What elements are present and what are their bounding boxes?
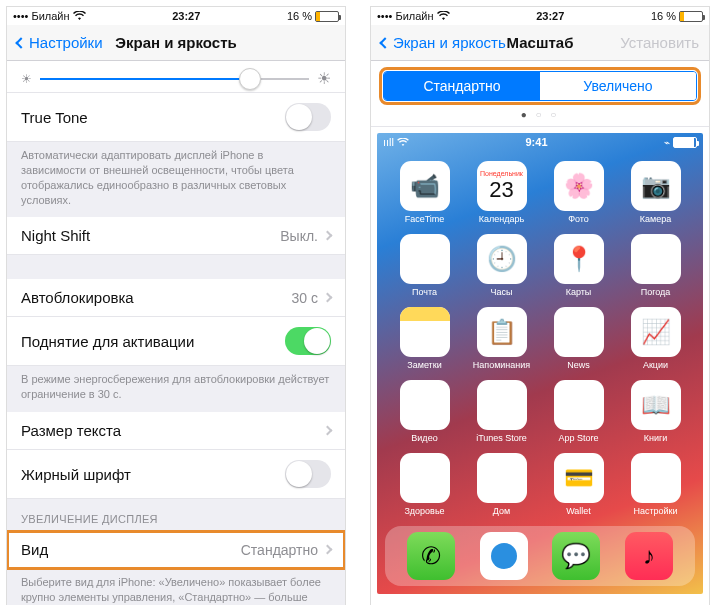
chevron-right-icon bbox=[323, 426, 333, 436]
камера-icon: 📷 bbox=[631, 161, 681, 211]
preview-time: 9:41 bbox=[525, 136, 547, 148]
app-здоровье: ♥Здоровье bbox=[389, 453, 460, 516]
seg-standard[interactable]: Стандартно bbox=[384, 72, 540, 100]
raise-to-wake-row: Поднятие для активации bbox=[7, 317, 345, 366]
app-label: Камера bbox=[640, 214, 671, 224]
signal-icon: ııll bbox=[383, 136, 394, 148]
заметки-icon bbox=[400, 307, 450, 357]
status-time: 23:27 bbox=[172, 10, 200, 22]
svg-point-0 bbox=[491, 543, 517, 569]
phone-display-brightness: •••• Билайн 23:27 16 % Настройки Экран и… bbox=[6, 6, 346, 605]
page-title: Масштаб bbox=[507, 34, 574, 51]
status-time: 23:27 bbox=[536, 10, 564, 22]
app-label: Напоминания bbox=[473, 360, 530, 370]
true-tone-row: True Tone bbox=[7, 93, 345, 142]
app-label: Календарь bbox=[479, 214, 524, 224]
app-label: News bbox=[567, 360, 590, 370]
app-wallet: 💳Wallet bbox=[543, 453, 614, 516]
app-label: Настройки bbox=[633, 506, 677, 516]
app-label: Фото bbox=[568, 214, 589, 224]
app-grid: 📹FaceTimeПонедельник23Календарь🌸Фото📷Кам… bbox=[377, 151, 703, 520]
news-icon: N bbox=[554, 307, 604, 357]
app-погода: ☀︎Погода bbox=[620, 234, 691, 297]
page-dots: ● ○ ○ bbox=[371, 107, 709, 127]
карты-icon: 📍 bbox=[554, 234, 604, 284]
chevron-left-icon bbox=[379, 37, 390, 48]
carrier: Билайн bbox=[395, 10, 433, 22]
auto-lock-label: Автоблокировка bbox=[21, 289, 292, 306]
bold-text-toggle[interactable] bbox=[285, 460, 331, 488]
app-label: App Store bbox=[558, 433, 598, 443]
акции-icon: 📈 bbox=[631, 307, 681, 357]
true-tone-toggle[interactable] bbox=[285, 103, 331, 131]
dock: ✆ 💬 ♪ bbox=[385, 526, 695, 586]
auto-lock-row[interactable]: Автоблокировка 30 с bbox=[7, 279, 345, 317]
напоминания-icon: 📋 bbox=[477, 307, 527, 357]
status-bar: •••• Билайн 23:27 16 % bbox=[7, 7, 345, 25]
bluetooth-icon: ⌁ bbox=[664, 137, 670, 148]
dock-messages-icon: 💬 bbox=[552, 532, 600, 580]
app-label: FaceTime bbox=[405, 214, 445, 224]
погода-icon: ☀︎ bbox=[631, 234, 681, 284]
home-screen-preview: ııll 9:41 ⌁ 📹FaceTimeПонедельник23Календ… bbox=[377, 133, 703, 594]
chevron-right-icon bbox=[323, 293, 333, 303]
wifi-icon bbox=[73, 11, 86, 21]
app-label: Погода bbox=[641, 287, 671, 297]
app-книги: 📖Книги bbox=[620, 380, 691, 443]
часы-icon: 🕘 bbox=[477, 234, 527, 284]
view-row[interactable]: Вид Стандартно bbox=[7, 531, 345, 569]
preview-status-bar: ııll 9:41 ⌁ bbox=[377, 133, 703, 151]
battery-pct: 16 % bbox=[651, 10, 676, 22]
night-shift-value: Выкл. bbox=[280, 228, 318, 244]
signal-icon: •••• bbox=[13, 10, 28, 22]
text-size-label: Размер текста bbox=[21, 422, 324, 439]
back-label: Настройки bbox=[29, 34, 103, 51]
wifi-icon bbox=[437, 11, 450, 21]
back-label: Экран и яркость bbox=[393, 34, 506, 51]
dock-safari-icon bbox=[480, 532, 528, 580]
app-news: NNews bbox=[543, 307, 614, 370]
app-дом: ⌂Дом bbox=[466, 453, 537, 516]
back-button[interactable]: Экран и яркость bbox=[381, 34, 506, 51]
raise-to-wake-toggle[interactable] bbox=[285, 327, 331, 355]
night-shift-row[interactable]: Night Shift Выкл. bbox=[7, 217, 345, 255]
set-button[interactable]: Установить bbox=[620, 34, 699, 51]
page-title: Экран и яркость bbox=[115, 34, 236, 51]
app-камера: 📷Камера bbox=[620, 161, 691, 224]
app-почта: ✉︎Почта bbox=[389, 234, 460, 297]
carrier: Билайн bbox=[31, 10, 69, 22]
battery-icon bbox=[315, 11, 339, 22]
bold-text-row: Жирный шрифт bbox=[7, 450, 345, 499]
настройки-icon: ⚙︎ bbox=[631, 453, 681, 503]
seg-zoomed[interactable]: Увеличено bbox=[540, 72, 696, 100]
view-label: Вид bbox=[21, 541, 241, 558]
app-label: Акции bbox=[643, 360, 668, 370]
chevron-left-icon bbox=[15, 37, 26, 48]
brightness-slider[interactable] bbox=[40, 78, 309, 80]
back-button[interactable]: Настройки bbox=[17, 34, 103, 51]
battery-icon bbox=[673, 137, 697, 148]
app-label: Почта bbox=[412, 287, 437, 297]
phone-display-zoom: •••• Билайн 23:27 16 % Экран и яркость М… bbox=[370, 6, 710, 605]
app-label: Видео bbox=[411, 433, 437, 443]
bold-text-label: Жирный шрифт bbox=[21, 466, 285, 483]
календарь-icon: Понедельник23 bbox=[477, 161, 527, 211]
фото-icon: 🌸 bbox=[554, 161, 604, 211]
true-tone-note: Автоматически адаптировать дисплей iPhon… bbox=[7, 142, 345, 217]
home-preview-wrap: ııll 9:41 ⌁ 📹FaceTimeПонедельник23Календ… bbox=[371, 127, 709, 600]
app-app store: AApp Store bbox=[543, 380, 614, 443]
chevron-right-icon bbox=[323, 545, 333, 555]
zoom-segmented-control: Стандартно Увеличено bbox=[383, 71, 697, 101]
здоровье-icon: ♥ bbox=[400, 453, 450, 503]
facetime-icon: 📹 bbox=[400, 161, 450, 211]
text-size-row[interactable]: Размер текста bbox=[7, 412, 345, 450]
wallet-icon: 💳 bbox=[554, 453, 604, 503]
sun-large-icon: ☀︎ bbox=[317, 69, 331, 88]
app-фото: 🌸Фото bbox=[543, 161, 614, 224]
power-save-note: В режиме энергосбережения для автоблокир… bbox=[7, 366, 345, 412]
app-настройки: ⚙︎Настройки bbox=[620, 453, 691, 516]
app-label: Wallet bbox=[566, 506, 591, 516]
auto-lock-value: 30 с bbox=[292, 290, 318, 306]
app-itunes store: ★iTunes Store bbox=[466, 380, 537, 443]
app-календарь: Понедельник23Календарь bbox=[466, 161, 537, 224]
